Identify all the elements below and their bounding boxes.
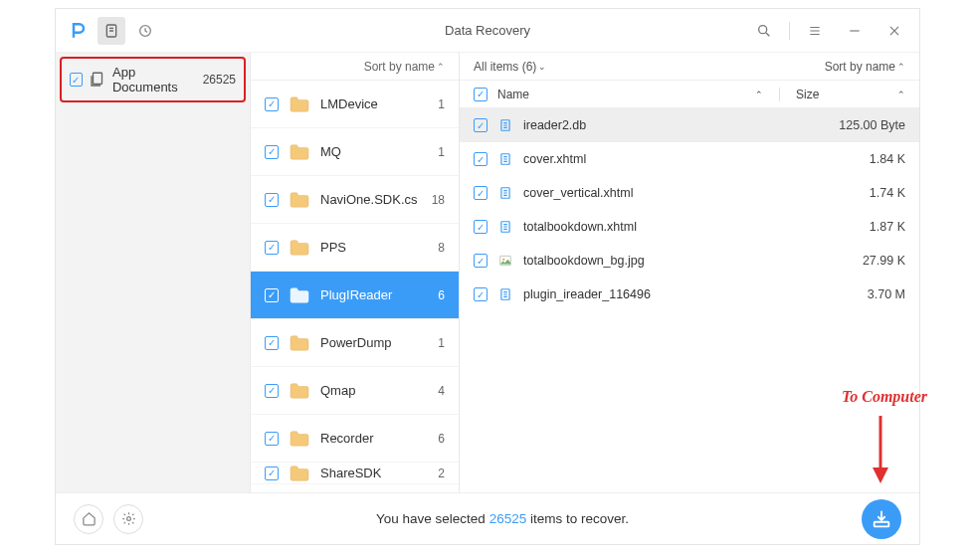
footer-msg-suffix: items to recover. [526,511,629,526]
folder-row[interactable]: ✓ Qmap 4 [251,367,459,415]
files-header-left[interactable]: All items (6) [474,60,536,74]
document-file-icon [497,117,513,133]
close-icon[interactable] [879,16,909,46]
folders-sort-label: Sort by name [364,60,435,74]
folder-row[interactable]: ✓ PlugIReader 6 [251,272,459,319]
mode-refresh-icon[interactable] [131,17,159,45]
folder-name: LMDevice [320,96,428,111]
files-column: All items (6) ⌄ Sort by name ⌃ ✓ Name ⌃ … [460,53,919,492]
file-row[interactable]: ✓ totalbookdown.xhtml 1.87 K [460,210,919,244]
file-name: cover.xhtml [523,152,806,166]
checkbox-icon[interactable]: ✓ [474,220,488,234]
document-file-icon [497,185,513,201]
checkbox-icon[interactable]: ✓ [265,336,279,350]
titlebar: Data Recovery [56,9,919,53]
folder-count: 1 [438,97,445,111]
folder-row[interactable]: ✓ PPS 8 [251,224,459,272]
files-sort-label[interactable]: Sort by name [825,60,895,74]
folder-row[interactable]: ✓ Recorder 6 [251,415,459,463]
file-size: 1.74 K [816,186,905,200]
minimize-icon[interactable] [840,16,870,46]
folder-row[interactable]: ✓ NaviOne.SDK.cs 18 [251,176,459,224]
svg-rect-3 [93,73,101,84]
checkbox-icon[interactable]: ✓ [265,384,279,398]
file-size: 1.84 K [816,152,905,166]
home-icon[interactable] [74,504,103,534]
folder-row[interactable]: ✓ MQ 1 [251,128,459,176]
folder-icon [289,95,310,113]
image-file-icon [497,253,513,269]
folder-icon [289,334,310,352]
document-file-icon [497,219,513,235]
folders-sort-header[interactable]: Sort by name ⌃ [251,53,459,81]
svg-point-9 [502,259,504,261]
checkbox-icon[interactable]: ✓ [265,241,279,255]
folder-count: 2 [438,467,445,480]
folder-icon [289,430,310,448]
search-icon[interactable] [749,16,779,46]
titlebar-right [749,16,909,46]
col-name-label[interactable]: Name [497,88,743,101]
annotation-label: To Computer [842,388,927,406]
file-row[interactable]: ✓ plugin_ireader_116496 3.70 M [460,278,919,311]
checkbox-icon[interactable]: ✓ [265,432,279,446]
files-header: All items (6) ⌄ Sort by name ⌃ [460,53,919,81]
checkbox-icon[interactable]: ✓ [474,152,488,166]
files-column-header: ✓ Name ⌃ Size ⌃ [460,81,919,108]
checkbox-icon[interactable]: ✓ [474,118,488,132]
checkbox-icon[interactable]: ✓ [265,467,279,480]
checkbox-icon[interactable]: ✓ [474,186,488,200]
checkbox-icon[interactable]: ✓ [265,193,279,207]
footer: You have selected 26525 items to recover… [56,492,919,544]
document-file-icon [497,286,513,302]
chevron-up-icon: ⌃ [897,90,905,99]
folder-name: Qmap [320,383,428,398]
folder-icon [289,143,310,161]
folder-name: PPS [320,240,428,255]
gear-icon[interactable] [113,504,143,534]
sidebar-item-app-documents[interactable]: ✓ App Documents 26525 [60,57,246,102]
folder-icon [289,191,310,209]
checkbox-icon[interactable]: ✓ [265,97,279,111]
export-to-computer-button[interactable] [862,499,901,539]
col-size-label[interactable]: Size [796,88,885,101]
folder-count: 1 [438,336,445,350]
folder-name: PowerDump [320,335,428,350]
folder-row[interactable]: ✓ LMDevice 1 [251,81,459,128]
checkbox-icon[interactable]: ✓ [265,288,279,302]
folder-count: 8 [438,241,445,255]
file-size: 27.99 K [816,254,905,268]
content-area: ✓ App Documents 26525 Sort by name ⌃ ✓ L… [56,53,919,492]
file-row[interactable]: ✓ ireader2.db 125.00 Byte [460,108,919,142]
folders-column: Sort by name ⌃ ✓ LMDevice 1 ✓ MQ 1 ✓ Nav… [251,53,460,492]
file-row[interactable]: ✓ totalbookdown_bg.jpg 27.99 K [460,244,919,278]
folder-icon [289,465,310,482]
folder-icon [289,286,310,304]
folder-name: ShareSDK [320,466,428,480]
document-stack-icon [89,71,106,89]
file-size: 125.00 Byte [816,118,905,132]
file-name: ireader2.db [523,118,806,132]
folder-count: 6 [438,432,445,446]
checkbox-icon[interactable]: ✓ [474,254,488,268]
file-name: cover_vertical.xhtml [523,186,806,200]
checkbox-all-icon[interactable]: ✓ [474,88,488,101]
chevron-up-icon: ⌃ [755,90,763,99]
menu-icon[interactable] [800,16,830,46]
folder-name: NaviOne.SDK.cs [320,192,422,207]
checkbox-icon[interactable]: ✓ [265,145,279,159]
checkbox-icon[interactable]: ✓ [70,73,83,87]
file-row[interactable]: ✓ cover_vertical.xhtml 1.74 K [460,176,919,210]
mode-document-icon[interactable] [98,17,125,45]
footer-msg-prefix: You have selected [376,511,489,526]
app-logo-icon [66,18,92,44]
file-row[interactable]: ✓ cover.xhtml 1.84 K [460,142,919,176]
folder-row[interactable]: ✓ PowerDump 1 [251,319,459,367]
svg-point-2 [759,25,767,33]
sidebar-item-label: App Documents [112,65,197,94]
folder-row[interactable]: ✓ ShareSDK 2 [251,463,459,484]
folder-count: 18 [432,193,445,207]
file-size: 3.70 M [816,287,905,301]
checkbox-icon[interactable]: ✓ [474,287,488,301]
folder-name: MQ [320,144,428,159]
